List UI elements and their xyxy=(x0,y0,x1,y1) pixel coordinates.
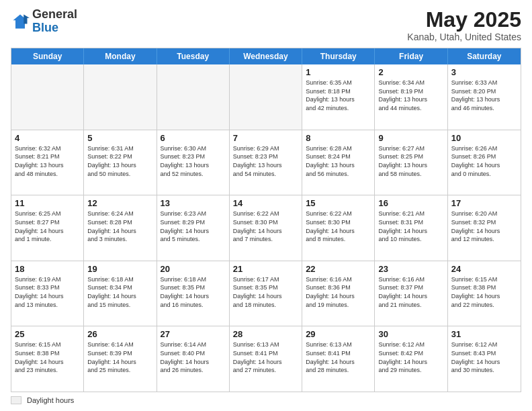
cell-info: Sunrise: 6:13 AM Sunset: 8:41 PM Dayligh… xyxy=(233,340,298,374)
calendar-cell: 20Sunrise: 6:18 AM Sunset: 8:35 PM Dayli… xyxy=(157,261,230,326)
calendar-cell: 19Sunrise: 6:18 AM Sunset: 8:34 PM Dayli… xyxy=(84,261,157,326)
cell-info: Sunrise: 6:26 AM Sunset: 8:26 PM Dayligh… xyxy=(451,144,517,178)
cell-day-number: 23 xyxy=(378,264,443,274)
calendar-cell: 9Sunrise: 6:27 AM Sunset: 8:25 PM Daylig… xyxy=(375,130,447,195)
cell-info: Sunrise: 6:23 AM Sunset: 8:29 PM Dayligh… xyxy=(161,210,226,243)
calendar-cell: 18Sunrise: 6:19 AM Sunset: 8:33 PM Dayli… xyxy=(11,261,84,326)
calendar-row: 11Sunrise: 6:25 AM Sunset: 8:27 PM Dayli… xyxy=(11,195,521,261)
day-header: Thursday xyxy=(302,48,375,64)
cell-info: Sunrise: 6:16 AM Sunset: 8:36 PM Dayligh… xyxy=(306,275,371,309)
location: Kanab, Utah, United States xyxy=(407,32,521,42)
calendar-row: 18Sunrise: 6:19 AM Sunset: 8:33 PM Dayli… xyxy=(11,261,521,327)
calendar-cell: 31Sunrise: 6:12 AM Sunset: 8:43 PM Dayli… xyxy=(448,326,521,392)
calendar-cell: 13Sunrise: 6:23 AM Sunset: 8:29 PM Dayli… xyxy=(157,195,230,261)
calendar-cell xyxy=(84,64,157,130)
cell-day-number: 21 xyxy=(233,264,298,274)
cell-day-number: 16 xyxy=(378,198,443,208)
calendar-cell xyxy=(11,64,84,130)
calendar-cell: 25Sunrise: 6:15 AM Sunset: 8:38 PM Dayli… xyxy=(11,326,84,392)
calendar-cell: 8Sunrise: 6:28 AM Sunset: 8:24 PM Daylig… xyxy=(302,130,375,195)
calendar-cell xyxy=(157,64,230,130)
cell-day-number: 30 xyxy=(378,329,443,339)
logo: General Blue xyxy=(11,8,77,35)
calendar-cell: 6Sunrise: 6:30 AM Sunset: 8:23 PM Daylig… xyxy=(157,130,230,195)
day-header: Saturday xyxy=(448,48,521,64)
cell-day-number: 26 xyxy=(87,329,152,339)
cell-info: Sunrise: 6:16 AM Sunset: 8:37 PM Dayligh… xyxy=(378,275,443,309)
calendar-cell: 27Sunrise: 6:14 AM Sunset: 8:40 PM Dayli… xyxy=(157,326,230,392)
cell-info: Sunrise: 6:15 AM Sunset: 8:38 PM Dayligh… xyxy=(15,340,80,374)
cell-day-number: 13 xyxy=(161,198,226,208)
cell-info: Sunrise: 6:24 AM Sunset: 8:28 PM Dayligh… xyxy=(87,210,152,243)
cell-info: Sunrise: 6:35 AM Sunset: 8:18 PM Dayligh… xyxy=(306,79,371,112)
calendar-cell: 21Sunrise: 6:17 AM Sunset: 8:35 PM Dayli… xyxy=(230,261,302,326)
cell-day-number: 7 xyxy=(233,133,298,143)
cell-day-number: 31 xyxy=(451,329,517,339)
cell-info: Sunrise: 6:18 AM Sunset: 8:35 PM Dayligh… xyxy=(161,275,226,309)
cell-info: Sunrise: 6:21 AM Sunset: 8:31 PM Dayligh… xyxy=(378,210,443,243)
cell-day-number: 24 xyxy=(451,264,517,274)
month-year: May 2025 xyxy=(407,8,521,32)
calendar-cell: 5Sunrise: 6:31 AM Sunset: 8:22 PM Daylig… xyxy=(84,130,157,195)
title-block: May 2025 Kanab, Utah, United States xyxy=(407,8,521,42)
cell-info: Sunrise: 6:20 AM Sunset: 8:32 PM Dayligh… xyxy=(451,210,517,243)
cell-info: Sunrise: 6:33 AM Sunset: 8:20 PM Dayligh… xyxy=(451,79,517,112)
day-headers: SundayMondayTuesdayWednesdayThursdayFrid… xyxy=(11,48,521,64)
day-header: Sunday xyxy=(11,48,84,64)
calendar-cell: 12Sunrise: 6:24 AM Sunset: 8:28 PM Dayli… xyxy=(84,195,157,261)
legend-box xyxy=(11,396,21,404)
calendar-cell: 24Sunrise: 6:15 AM Sunset: 8:38 PM Dayli… xyxy=(448,261,521,326)
calendar-row: 25Sunrise: 6:15 AM Sunset: 8:38 PM Dayli… xyxy=(11,326,521,392)
footer: Daylight hours xyxy=(11,396,521,404)
calendar-cell: 10Sunrise: 6:26 AM Sunset: 8:26 PM Dayli… xyxy=(448,130,521,195)
cell-day-number: 28 xyxy=(233,329,298,339)
logo-text: General Blue xyxy=(32,8,77,35)
calendar-cell: 7Sunrise: 6:29 AM Sunset: 8:23 PM Daylig… xyxy=(230,130,302,195)
calendar-cell: 4Sunrise: 6:32 AM Sunset: 8:21 PM Daylig… xyxy=(11,130,84,195)
cell-day-number: 17 xyxy=(451,198,517,208)
calendar-cell: 29Sunrise: 6:13 AM Sunset: 8:41 PM Dayli… xyxy=(302,326,375,392)
day-header: Friday xyxy=(375,48,447,64)
cell-day-number: 12 xyxy=(87,198,152,208)
cell-info: Sunrise: 6:22 AM Sunset: 8:30 PM Dayligh… xyxy=(233,210,298,243)
cell-day-number: 20 xyxy=(161,264,226,274)
cell-info: Sunrise: 6:14 AM Sunset: 8:39 PM Dayligh… xyxy=(87,340,152,374)
cell-day-number: 22 xyxy=(306,264,371,274)
cell-info: Sunrise: 6:32 AM Sunset: 8:21 PM Dayligh… xyxy=(15,144,80,178)
calendar-cell: 16Sunrise: 6:21 AM Sunset: 8:31 PM Dayli… xyxy=(375,195,447,261)
calendar-cell: 14Sunrise: 6:22 AM Sunset: 8:30 PM Dayli… xyxy=(230,195,302,261)
cell-day-number: 6 xyxy=(161,133,226,143)
cell-day-number: 18 xyxy=(15,264,80,274)
cell-info: Sunrise: 6:22 AM Sunset: 8:30 PM Dayligh… xyxy=(306,210,371,243)
cell-info: Sunrise: 6:15 AM Sunset: 8:38 PM Dayligh… xyxy=(451,275,517,309)
day-header: Wednesday xyxy=(230,48,302,64)
calendar-cell: 23Sunrise: 6:16 AM Sunset: 8:37 PM Dayli… xyxy=(375,261,447,326)
cell-day-number: 27 xyxy=(161,329,226,339)
calendar-cell: 1Sunrise: 6:35 AM Sunset: 8:18 PM Daylig… xyxy=(302,64,375,130)
cell-day-number: 5 xyxy=(87,133,152,143)
cell-day-number: 15 xyxy=(306,198,371,208)
calendar-cell: 26Sunrise: 6:14 AM Sunset: 8:39 PM Dayli… xyxy=(84,326,157,392)
cell-day-number: 10 xyxy=(451,133,517,143)
cell-day-number: 11 xyxy=(15,198,80,208)
logo-blue: Blue xyxy=(32,21,58,34)
legend-label: Daylight hours xyxy=(27,396,74,404)
cell-day-number: 14 xyxy=(233,198,298,208)
cell-info: Sunrise: 6:31 AM Sunset: 8:22 PM Dayligh… xyxy=(87,144,152,178)
cell-info: Sunrise: 6:34 AM Sunset: 8:19 PM Dayligh… xyxy=(378,79,443,112)
cell-info: Sunrise: 6:27 AM Sunset: 8:25 PM Dayligh… xyxy=(378,144,443,178)
cell-info: Sunrise: 6:30 AM Sunset: 8:23 PM Dayligh… xyxy=(161,144,226,178)
calendar-cell: 17Sunrise: 6:20 AM Sunset: 8:32 PM Dayli… xyxy=(448,195,521,261)
logo-icon xyxy=(11,12,30,31)
cell-info: Sunrise: 6:12 AM Sunset: 8:42 PM Dayligh… xyxy=(378,340,443,374)
logo-general: General xyxy=(32,8,77,21)
cell-day-number: 3 xyxy=(451,67,517,77)
cell-day-number: 9 xyxy=(378,133,443,143)
cell-info: Sunrise: 6:12 AM Sunset: 8:43 PM Dayligh… xyxy=(451,340,517,374)
cell-day-number: 2 xyxy=(378,67,443,77)
calendar-row: 4Sunrise: 6:32 AM Sunset: 8:21 PM Daylig… xyxy=(11,130,521,196)
calendar-cell: 30Sunrise: 6:12 AM Sunset: 8:42 PM Dayli… xyxy=(375,326,447,392)
cell-day-number: 29 xyxy=(306,329,371,339)
calendar-row: 1Sunrise: 6:35 AM Sunset: 8:18 PM Daylig… xyxy=(11,64,521,130)
calendar: SundayMondayTuesdayWednesdayThursdayFrid… xyxy=(11,48,521,392)
